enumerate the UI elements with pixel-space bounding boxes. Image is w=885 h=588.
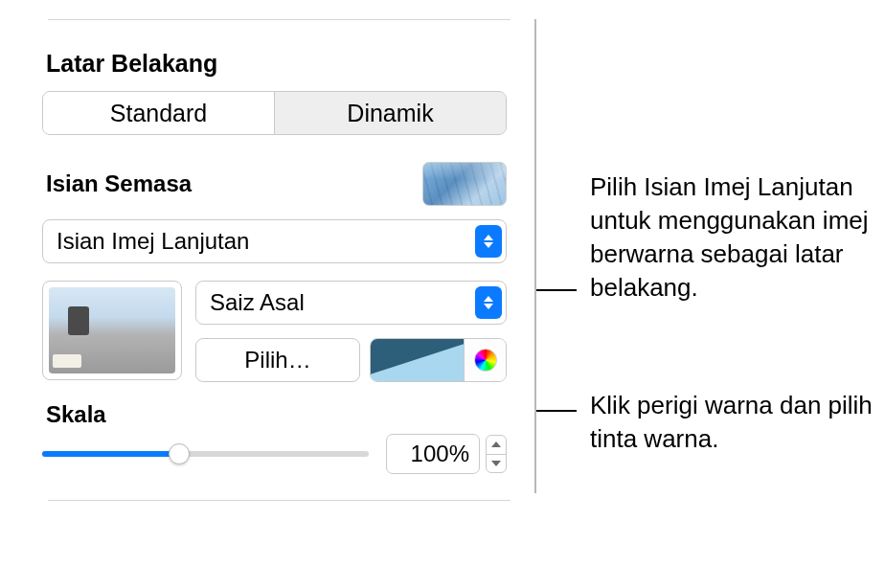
background-type-segmented[interactable]: Standard Dinamik <box>42 91 507 135</box>
fill-type-popup[interactable]: Isian Imej Lanjutan <box>42 219 507 263</box>
image-size-selected: Saiz Asal <box>210 289 305 316</box>
stepper-up[interactable] <box>487 436 506 455</box>
tab-dynamic[interactable]: Dinamik <box>275 92 506 134</box>
scale-input[interactable] <box>386 434 480 474</box>
choose-button[interactable]: Pilih… <box>195 338 360 382</box>
chevron-up-down-icon <box>475 225 502 258</box>
tab-standard[interactable]: Standard <box>43 92 275 134</box>
fill-type-selected: Isian Imej Lanjutan <box>57 228 249 255</box>
color-well[interactable] <box>370 338 507 382</box>
current-fill-thumbnail[interactable] <box>422 162 507 206</box>
stepper-down[interactable] <box>487 455 506 473</box>
color-wheel-icon <box>474 349 497 372</box>
callouts: Pilih Isian Imej Lanjutan untuk mengguna… <box>536 19 885 541</box>
image-well[interactable] <box>42 281 182 380</box>
scale-label: Skala <box>46 401 511 428</box>
callout-text: Pilih Isian Imej Lanjutan untuk mengguna… <box>590 172 869 302</box>
color-picker-button[interactable] <box>464 339 506 381</box>
slider-thumb[interactable] <box>169 443 190 464</box>
scale-stepper[interactable] <box>486 435 507 473</box>
section-title: Latar Belakang <box>46 50 511 78</box>
callout-text: Klik perigi warna dan pilih tinta warna. <box>590 391 873 453</box>
callout-fill-type: Pilih Isian Imej Lanjutan untuk mengguna… <box>536 170 885 305</box>
current-fill-label: Isian Semasa <box>46 170 192 197</box>
color-swatch <box>371 339 464 381</box>
callout-color-well: Klik perigi warna dan pilih tinta warna. <box>536 389 885 456</box>
background-panel: Latar Belakang Standard Dinamik Isian Se… <box>19 19 536 493</box>
scale-slider[interactable] <box>42 444 369 464</box>
image-size-popup[interactable]: Saiz Asal <box>195 281 507 325</box>
image-thumbnail <box>49 287 175 373</box>
chevron-up-down-icon <box>475 286 502 319</box>
